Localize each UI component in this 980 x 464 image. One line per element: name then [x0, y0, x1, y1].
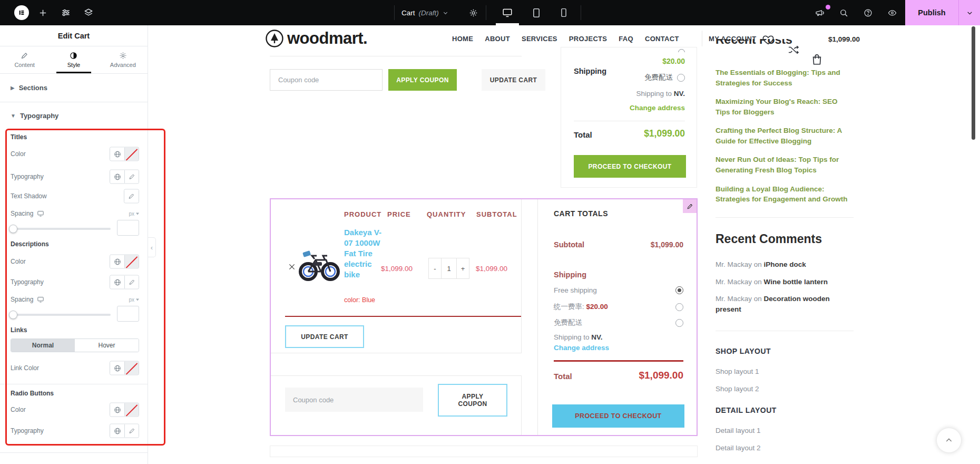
slider-handle[interactable]	[9, 311, 17, 319]
monitor-icon[interactable]	[37, 296, 44, 303]
device-tablet-button[interactable]	[526, 0, 547, 25]
coupon-code-input[interactable]	[270, 69, 383, 91]
coupon-card: APPLY COUPON	[270, 375, 522, 436]
link-state-switcher: Normal Hover	[11, 339, 139, 352]
widget-apply-coupon-button[interactable]: APPLY COUPON	[438, 384, 507, 417]
edit-typography-icon[interactable]	[124, 170, 139, 183]
spacing-input[interactable]	[117, 220, 139, 236]
slider-handle[interactable]	[9, 225, 17, 233]
tab-advanced[interactable]: Advanced	[99, 46, 148, 73]
color-swatch-none[interactable]	[124, 255, 139, 268]
page-settings-button[interactable]	[465, 0, 482, 25]
global-typography-icon[interactable]	[110, 276, 124, 289]
qty-plus-button[interactable]: +	[456, 258, 469, 279]
spacing-slider[interactable]	[11, 228, 111, 230]
product-price: $1,099.00	[381, 265, 413, 273]
device-mobile-button[interactable]	[553, 0, 574, 25]
whats-new-button[interactable]	[810, 0, 828, 25]
recent-post-link[interactable]: Maximizing Your Blog's Reach: SEO Tips f…	[716, 96, 854, 117]
unit-selector[interactable]: px	[129, 297, 139, 303]
global-color-icon[interactable]	[110, 148, 124, 161]
device-desktop-button[interactable]	[496, 0, 519, 25]
comment-item: Mr. Mackay on iPhone dock	[716, 259, 854, 270]
shipping-method-radio[interactable]	[675, 303, 683, 311]
change-address-link[interactable]: Change address	[554, 344, 609, 352]
state-normal-tab[interactable]: Normal	[11, 339, 75, 352]
recent-post-link[interactable]: The Essentials of Blogging: Tips and Str…	[716, 67, 854, 88]
scroll-top-button[interactable]	[937, 428, 961, 452]
comment-target-link[interactable]: iPhone dock	[764, 260, 806, 268]
qty-input[interactable]	[441, 258, 457, 279]
publish-options-button[interactable]	[959, 0, 980, 25]
color-swatch-none[interactable]	[124, 362, 139, 375]
nav-home[interactable]: HOME	[452, 35, 473, 43]
color-swatch-none[interactable]	[124, 148, 139, 161]
shipping-method-radio[interactable]	[675, 319, 683, 327]
recent-post-link[interactable]: Crafting the Perfect Blog Structure: A G…	[716, 125, 854, 146]
cart-button[interactable]: 1	[811, 54, 980, 65]
update-cart-button[interactable]: UPDATE CART	[482, 69, 545, 91]
nav-projects[interactable]: PROJECTS	[569, 35, 607, 43]
help-button[interactable]	[859, 0, 877, 25]
next-section-placeholder	[270, 446, 698, 457]
edit-typography-icon[interactable]	[124, 276, 139, 289]
edit-typography-icon[interactable]	[124, 424, 139, 438]
preview-button[interactable]	[883, 0, 901, 25]
accordion-sections[interactable]: ▶ Sections	[0, 74, 148, 102]
shipping-method-radio[interactable]	[677, 74, 685, 82]
search-button[interactable]	[835, 0, 852, 25]
global-typography-icon[interactable]	[110, 424, 124, 438]
widget-proceed-to-checkout-button[interactable]: PROCEED TO CHECKOUT	[552, 404, 684, 428]
shop-layout-2-link[interactable]: Shop layout 2	[716, 385, 759, 393]
titles-spacing-row: Spacing px	[0, 207, 148, 220]
nav-faq[interactable]: FAQ	[619, 35, 633, 43]
accordion-typography[interactable]: ▼ Typography	[0, 102, 148, 129]
monitor-icon[interactable]	[37, 210, 44, 217]
nav-services[interactable]: SERVICES	[522, 35, 557, 43]
remove-item-button[interactable]	[288, 263, 296, 270]
detail-layout-1-link[interactable]: Detail layout 1	[716, 427, 761, 434]
color-swatch-none[interactable]	[124, 403, 139, 417]
spacing-slider[interactable]	[11, 314, 111, 316]
woodmart-logo[interactable]: woodmart.	[265, 29, 367, 48]
nav-contact[interactable]: CONTACT	[645, 35, 679, 43]
plus-icon	[38, 8, 47, 17]
recent-post-link[interactable]: Building a Loyal Blog Audience: Strategi…	[716, 184, 854, 205]
elementor-menu-button[interactable]	[14, 0, 29, 25]
shop-layout-1-link[interactable]: Shop layout 1	[716, 368, 759, 375]
state-hover-tab[interactable]: Hover	[75, 339, 139, 352]
site-settings-button[interactable]	[58, 0, 74, 25]
panel-collapse-button[interactable]: ‹	[148, 237, 156, 257]
edit-text-shadow-icon[interactable]	[124, 190, 139, 203]
recent-posts-heading-clipped: Recent Posts	[716, 39, 854, 54]
add-element-button[interactable]	[35, 0, 51, 25]
document-switcher[interactable]: Cart (Draft)	[401, 0, 448, 25]
scrollbar[interactable]	[972, 26, 975, 140]
widget-edit-handle[interactable]	[683, 199, 697, 213]
widget-coupon-input[interactable]	[285, 388, 423, 412]
apply-coupon-button[interactable]: APPLY COUPON	[388, 69, 457, 91]
proceed-to-checkout-button[interactable]: PROCEED TO CHECKOUT	[574, 155, 686, 178]
spacing-input[interactable]	[117, 306, 139, 322]
publish-button[interactable]: Publish	[905, 0, 958, 25]
search-icon	[839, 8, 848, 17]
shipping-method-radio-selected[interactable]	[675, 286, 683, 294]
nav-about[interactable]: ABOUT	[485, 35, 510, 43]
structure-button[interactable]	[81, 0, 96, 25]
global-color-icon[interactable]	[110, 403, 124, 417]
global-color-icon[interactable]	[110, 362, 124, 375]
qty-minus-button[interactable]: -	[428, 258, 442, 279]
unit-selector[interactable]: px	[129, 211, 139, 217]
detail-layout-2-link[interactable]: Detail layout 2	[716, 444, 761, 452]
global-typography-icon[interactable]	[110, 170, 124, 183]
recent-post-link[interactable]: Never Run Out of Ideas: Top Tips for Gen…	[716, 154, 854, 175]
product-image[interactable]	[298, 247, 341, 282]
change-address-link[interactable]: Change address	[630, 104, 685, 112]
widget-update-cart-button[interactable]: UPDATE CART	[285, 325, 364, 348]
tab-content[interactable]: Content	[0, 46, 49, 73]
cart-totals-top-panel: Shipping $20.00 免费配送 Shipping to NV. Cha…	[561, 47, 697, 188]
global-color-icon[interactable]	[110, 255, 124, 268]
tab-style[interactable]: Style	[49, 46, 98, 73]
gear-icon	[119, 52, 127, 60]
comment-target-link[interactable]: Wine bottle lantern	[764, 278, 828, 286]
